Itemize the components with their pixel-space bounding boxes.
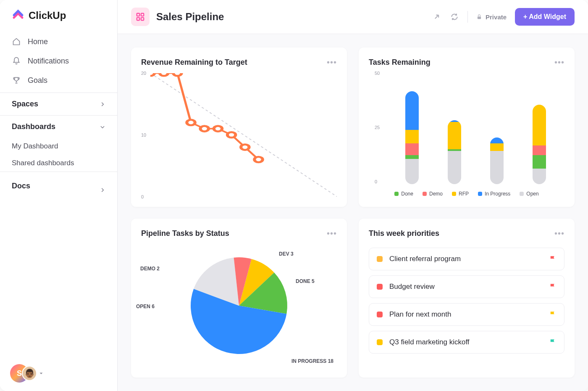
section-dashboards[interactable]: Dashboards [0, 116, 117, 138]
header: Sales Pipeline Private + Add Widget [118, 0, 588, 34]
card-revenue: Revenue Remaining to Target ••• 20100 [131, 48, 347, 207]
legend-item: Open [520, 191, 538, 197]
svg-point-5 [150, 73, 155, 76]
status-bullet [377, 339, 383, 345]
bar-segment [490, 137, 504, 143]
legend-item: Done [394, 191, 413, 197]
card-pipeline: Pipeline Tasks by Status ••• DEMO 2DEV 3… [131, 219, 347, 378]
svg-point-6 [160, 73, 168, 76]
pie-label: DEV 3 [279, 251, 294, 257]
pie-label: DEMO 2 [140, 266, 160, 272]
more-icon[interactable]: ••• [327, 229, 337, 238]
page-title: Sales Pipeline [156, 11, 224, 23]
more-icon[interactable]: ••• [327, 58, 337, 67]
sidebar-item-label: Home [28, 37, 48, 46]
legend: DoneDemoRFPIn ProgressOpen [369, 191, 564, 197]
logo[interactable]: ClickUp [0, 0, 117, 29]
bar-segment [533, 105, 546, 145]
user-avatar-group[interactable]: S 👨🏾 [0, 356, 117, 391]
refresh-icon[interactable] [450, 12, 459, 21]
bar-segment [405, 130, 419, 143]
priority-label: Client referral program [389, 255, 542, 263]
svg-rect-0 [137, 13, 139, 16]
bar-chart [391, 73, 560, 184]
pie-label: OPEN 6 [136, 304, 155, 309]
pie-label: IN PROGRESS 18 [291, 358, 333, 364]
lock-icon [476, 14, 482, 20]
svg-rect-1 [141, 13, 144, 16]
sidebar-item-goals[interactable]: Goals [0, 71, 117, 90]
expand-icon[interactable] [432, 12, 441, 21]
priority-label: Q3 field marketing kickoff [389, 338, 542, 346]
y-tick: 50 [375, 71, 380, 76]
sidebar-item-label: Goals [28, 76, 47, 85]
svg-rect-3 [141, 18, 144, 20]
section-title: Spaces [12, 100, 38, 108]
bar [533, 105, 546, 184]
add-widget-button[interactable]: + Add Widget [515, 8, 575, 26]
card-title: Pipeline Tasks by Status [141, 229, 229, 238]
bar-segment [533, 169, 546, 184]
sidebar-item-shared-dashboards[interactable]: Shared dashboards [0, 155, 117, 172]
bell-icon [12, 56, 21, 66]
bar [448, 120, 461, 184]
svg-point-13 [255, 157, 263, 162]
section-title: Docs [12, 182, 30, 190]
svg-rect-4 [478, 16, 481, 19]
sidebar-item-notifications[interactable]: Notifications [0, 51, 117, 71]
legend-item: In Progress [478, 191, 510, 197]
card-title: Tasks Remaining [369, 58, 430, 67]
priority-label: Plan for next month [389, 310, 542, 319]
avatar: 👨🏾 [22, 366, 37, 381]
brand-name: ClickUp [29, 10, 66, 21]
section-docs[interactable]: Docs [0, 172, 117, 200]
card-tasks: Tasks Remaining ••• 50250DoneDemoRFPIn P… [359, 48, 575, 207]
more-icon[interactable]: ••• [554, 229, 564, 238]
svg-point-10 [214, 126, 222, 132]
legend-item: RFP [452, 191, 469, 197]
status-bullet [377, 284, 383, 290]
card-title: Revenue Remaining to Target [141, 58, 247, 67]
clickup-logo-icon [12, 9, 24, 22]
status-bullet [377, 312, 383, 317]
bar-segment [405, 91, 419, 130]
card-priorities: This week priorities ••• Client referral… [359, 219, 575, 378]
bar-segment [448, 122, 461, 149]
card-title: This week priorities [369, 229, 439, 238]
chevron-right-icon [100, 187, 105, 193]
y-tick: 0 [141, 194, 144, 199]
bar-segment [405, 143, 419, 155]
bar-segment [448, 151, 461, 184]
sidebar-item-home[interactable]: Home [0, 32, 117, 51]
pie-chart [186, 253, 291, 358]
pie-label: DONE 5 [296, 278, 315, 284]
legend-item: Demo [423, 191, 443, 197]
priority-item[interactable]: Budget review [369, 275, 564, 298]
home-icon [12, 37, 21, 46]
bar-segment [490, 143, 504, 151]
more-icon[interactable]: ••• [554, 58, 564, 67]
y-tick: 10 [141, 132, 146, 137]
flag-icon [549, 255, 556, 263]
y-tick: 20 [141, 71, 146, 76]
chevron-down-icon [100, 124, 105, 130]
privacy-indicator[interactable]: Private [476, 13, 507, 21]
sidebar-item-my-dashboard[interactable]: My Dashboard [0, 138, 117, 155]
sidebar-item-label: Notifications [28, 57, 69, 66]
bar-segment [405, 159, 419, 184]
chevron-right-icon [100, 101, 105, 107]
priority-item[interactable]: Client referral program [369, 248, 564, 270]
svg-point-11 [227, 132, 236, 137]
priority-item[interactable]: Q3 field marketing kickoff [369, 331, 564, 354]
section-spaces[interactable]: Spaces [0, 93, 117, 115]
bar-segment [405, 155, 419, 159]
status-bullet [377, 256, 383, 262]
dashboard-icon [131, 8, 150, 26]
priority-item[interactable]: Plan for next month [369, 303, 564, 326]
y-tick: 25 [375, 125, 380, 130]
priority-label: Budget review [389, 283, 542, 291]
flag-icon [549, 311, 556, 318]
y-tick: 0 [375, 179, 377, 184]
chevron-down-icon [39, 371, 44, 376]
bar-segment [533, 155, 546, 169]
